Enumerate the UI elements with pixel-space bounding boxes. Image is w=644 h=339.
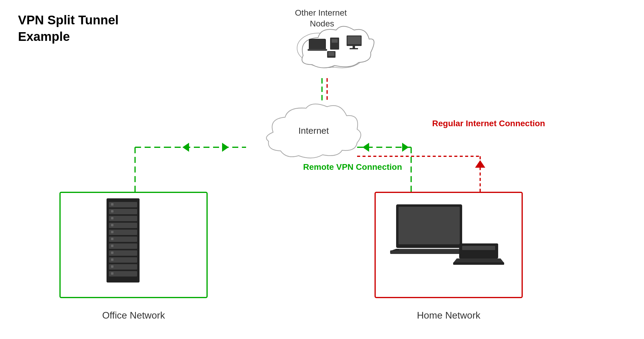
- other-internet-nodes-cloud: [297, 26, 374, 68]
- svg-rect-29: [111, 210, 113, 212]
- svg-rect-43: [399, 249, 459, 250]
- svg-text:Internet: Internet: [298, 126, 329, 136]
- svg-rect-10: [348, 36, 361, 44]
- svg-rect-40: [399, 207, 460, 244]
- other-internet-nodes-label: Other Internet Nodes: [295, 8, 349, 28]
- office-network-label: Office Network: [102, 310, 165, 321]
- svg-rect-44: [459, 243, 498, 258]
- svg-rect-35: [111, 252, 113, 254]
- diagram: Other Internet Nodes Internet: [0, 0, 644, 339]
- regular-internet-connection-label: Regular Internet Connection: [432, 119, 545, 128]
- svg-rect-36: [111, 258, 113, 261]
- svg-rect-5: [309, 39, 326, 50]
- svg-rect-45: [462, 246, 495, 250]
- office-internet-arrow-right: [222, 143, 229, 152]
- svg-rect-47: [453, 262, 504, 265]
- svg-rect-6: [308, 49, 327, 51]
- server-rack-icon: [107, 198, 140, 282]
- svg-rect-32: [111, 231, 113, 233]
- svg-rect-37: [111, 265, 113, 268]
- home-internet-arrow-right: [402, 143, 409, 152]
- remote-vpn-connection-label: Remote VPN Connection: [303, 162, 402, 172]
- svg-rect-33: [111, 238, 113, 240]
- svg-rect-30: [111, 217, 113, 219]
- home-network-label: Home Network: [417, 310, 481, 321]
- svg-rect-11: [353, 46, 355, 48]
- svg-marker-46: [453, 258, 504, 263]
- red-line-arrow-up: [475, 160, 485, 168]
- svg-rect-31: [111, 224, 113, 226]
- svg-rect-42: [390, 250, 468, 254]
- home-internet-arrow-left: [363, 143, 369, 152]
- svg-rect-28: [111, 203, 113, 206]
- laptop-icon: [390, 204, 468, 254]
- office-internet-arrow-left: [182, 143, 189, 152]
- svg-rect-38: [111, 272, 113, 275]
- svg-rect-14: [328, 52, 334, 56]
- svg-rect-8: [332, 39, 338, 43]
- svg-rect-12: [350, 48, 358, 49]
- internet-cloud: Internet: [266, 104, 361, 158]
- svg-rect-34: [111, 245, 113, 247]
- home-device-icon: [453, 243, 504, 265]
